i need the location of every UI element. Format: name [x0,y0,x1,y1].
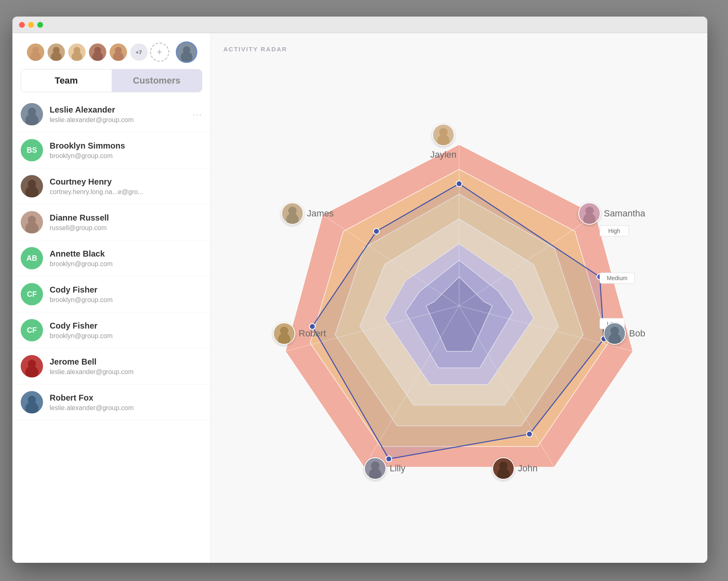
contact-avatar: BS [21,139,43,161]
svg-point-37 [456,181,462,187]
svg-point-57 [608,333,621,345]
contact-name: Leslie Alexander [50,105,186,115]
contact-item[interactable]: CF Cody Fisher brooklyn@group.com [12,276,211,312]
contact-email: russell@group.com [50,224,202,232]
person-james: James [281,202,334,225]
person-john: John [492,457,538,480]
contact-name: Cody Fisher [50,285,202,295]
contact-info: Dianne Russell russell@group.com [50,213,202,232]
contact-info: Cody Fisher brooklyn@group.com [50,285,202,304]
avatar-more-count[interactable]: +7 [129,43,148,62]
svg-point-61 [369,468,381,480]
avatar-5[interactable] [109,43,128,62]
svg-text:Medium: Medium [607,275,627,281]
contact-info: Robert Fox leslie.alexander@group.com [50,393,202,412]
contact-email: leslie.alexander@group.com [50,404,202,412]
contact-item[interactable]: Leslie Alexander leslie.alexander@group.… [12,96,211,132]
contact-item[interactable]: BS Brooklyn Simmons brooklyn@group.com [12,132,211,168]
contact-name: Robert Fox [50,393,202,403]
avatar-2[interactable] [47,43,66,62]
contact-name: Cody Fisher [50,321,202,331]
contact-avatar [21,355,43,377]
contact-info: Leslie Alexander leslie.alexander@group.… [50,105,186,124]
right-panel: ACTIVITY RADAR [211,33,707,563]
avatar-4[interactable] [88,43,107,62]
contact-item[interactable]: AB Annette Black brooklyn@group.com [12,240,211,276]
svg-point-59 [278,333,290,345]
avatar-3[interactable] [67,43,86,62]
svg-point-3 [51,52,62,62]
avatar-row: +7 + [12,33,211,69]
svg-point-43 [374,228,379,234]
svg-point-53 [286,213,299,225]
contact-email: leslie.alexander@group.com [50,368,202,376]
tab-bar: Team Customers [21,69,202,92]
contact-avatar [21,211,43,233]
avatar-1[interactable] [26,43,45,62]
more-options-icon[interactable]: ··· [193,110,202,119]
tab-team[interactable]: Team [21,70,112,92]
tab-customers[interactable]: Customers [112,70,202,92]
svg-point-40 [527,431,532,437]
svg-point-51 [437,134,450,146]
radar-container: High Medium Low [223,61,695,550]
svg-point-55 [583,213,596,225]
svg-point-5 [72,52,82,62]
person-lilly: Robert [273,322,326,345]
left-panel: +7 + Team Customers [12,33,211,563]
svg-point-21 [25,402,38,413]
person-robert: Lilly [364,457,405,480]
contact-item[interactable]: Courtney Henry cortney.henry.long.na...e… [12,168,211,204]
contact-avatar: CF [21,319,43,341]
contact-info: Courtney Henry cortney.henry.long.na...e… [50,177,202,196]
person-samantha: Samantha [578,202,645,225]
svg-point-19 [25,366,38,377]
person-bob: Bob [603,322,645,345]
minimize-button[interactable] [28,22,34,28]
contact-list: Leslie Alexander leslie.alexander@group.… [12,96,211,563]
contact-email: leslie.alexander@group.com [50,116,186,124]
contact-avatar [21,175,43,197]
contact-avatar [21,103,43,125]
svg-point-13 [25,114,38,125]
svg-point-1 [30,52,41,62]
main-window: +7 + Team Customers [12,17,707,563]
contact-item[interactable]: Robert Fox leslie.alexander@group.com [12,384,211,420]
contact-item[interactable]: Jerome Bell leslie.alexander@group.com [12,348,211,384]
svg-point-11 [180,51,192,63]
contact-avatar: AB [21,247,43,269]
contact-name: Brooklyn Simmons [50,141,202,151]
svg-point-17 [25,222,38,233]
contact-item[interactable]: CF Cody Fisher brooklyn@group.com [12,312,211,348]
titlebar [12,17,707,33]
contact-email: brooklyn@group.com [50,332,202,340]
person-jaylen: Jaylen [430,124,457,160]
contact-email: brooklyn@group.com [50,260,202,268]
contact-email: brooklyn@group.com [50,296,202,304]
radar-chart: High Medium Low [273,120,645,492]
svg-point-63 [497,468,510,480]
svg-point-7 [92,52,103,62]
contact-info: Jerome Bell leslie.alexander@group.com [50,357,202,376]
contact-email: cortney.henry.long.na...e@gro... [50,188,202,196]
contact-name: Courtney Henry [50,177,202,187]
contact-info: Cody Fisher brooklyn@group.com [50,321,202,340]
add-avatar-button[interactable]: + [150,43,169,62]
svg-point-9 [113,52,124,62]
close-button[interactable] [19,22,25,28]
contact-avatar [21,391,43,413]
contact-info: Brooklyn Simmons brooklyn@group.com [50,141,202,160]
contact-email: brooklyn@group.com [50,152,202,160]
svg-text:High: High [608,228,620,234]
contact-item[interactable]: Dianne Russell russell@group.com [12,204,211,240]
svg-point-15 [25,186,38,197]
contact-name: Jerome Bell [50,357,202,367]
maximize-button[interactable] [37,22,43,28]
selected-avatar[interactable] [176,41,197,63]
contact-info: Annette Black brooklyn@group.com [50,249,202,268]
window-content: +7 + Team Customers [12,33,707,563]
contact-name: Annette Black [50,249,202,259]
radar-title: ACTIVITY RADAR [223,46,695,53]
contact-name: Dianne Russell [50,213,202,223]
contact-avatar: CF [21,283,43,305]
